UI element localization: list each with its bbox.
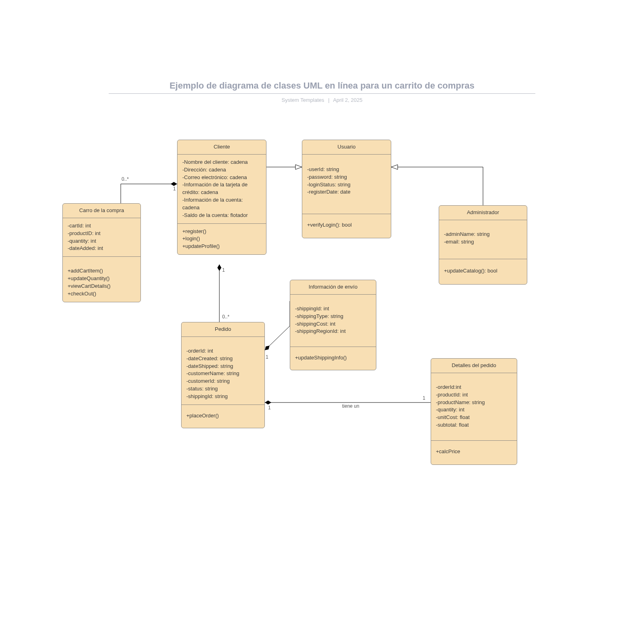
op: +viewCartDetails() xyxy=(68,283,136,290)
diagram-header: Ejemplo de diagrama de clases UML en lín… xyxy=(109,80,535,103)
attr: -Saldo de la cuenta: flotador xyxy=(182,212,261,219)
attr: -cartId: int xyxy=(68,222,136,230)
attr: -quantity: int xyxy=(68,237,136,245)
attr: -subtotal: float xyxy=(436,421,512,429)
class-order-name: Pedido xyxy=(182,322,264,337)
class-shipping[interactable]: Información de envío -shippingId: int -s… xyxy=(290,280,376,370)
attr: -shippingId: int xyxy=(295,305,371,313)
class-order-attributes: -orderId: int -dateCreated: string -date… xyxy=(182,337,264,405)
class-user-operations: +verifyLogin(): bool xyxy=(302,214,391,238)
attr: -Correo electrónico: cadena xyxy=(182,174,261,182)
class-cart-attributes: -cartId: int -productID: int -quantity: … xyxy=(63,218,140,257)
class-user-name: Usuario xyxy=(302,140,391,155)
mult-cart-client-left: 0..* xyxy=(122,176,129,182)
separator: | xyxy=(328,97,329,103)
class-client-attributes: -Nombre del cliente: cadena -Dirección: … xyxy=(178,155,266,224)
op: +calcPrice xyxy=(436,448,512,456)
attr: -adminName: string xyxy=(444,231,522,238)
op: +updateQuantity() xyxy=(68,275,136,283)
attr: -email: string xyxy=(444,238,522,246)
attr: -registerDate: date xyxy=(307,188,386,196)
class-order-details-attributes: -orderId:int -productId: int -productNam… xyxy=(431,373,517,441)
attr: -productName: string xyxy=(436,399,512,407)
attr: -shippingCost: int xyxy=(295,320,371,328)
attr: -productId: int xyxy=(436,391,512,399)
diagram-date: April 2, 2025 xyxy=(333,97,362,103)
attr: -loginStatus: string xyxy=(307,181,386,189)
class-order-details-name: Detalles del pedido xyxy=(431,359,517,373)
attr: -unitCost: float xyxy=(436,414,512,421)
attr: -customerName: string xyxy=(186,370,260,378)
diagram-title: Ejemplo de diagrama de clases UML en lín… xyxy=(109,80,535,94)
attr: -Dirección: cadena xyxy=(182,166,261,174)
class-order[interactable]: Pedido -orderId: int -dateCreated: strin… xyxy=(181,322,265,428)
attr: -status: string xyxy=(186,385,260,393)
diagram-subtitle: System Templates | April 2, 2025 xyxy=(109,97,535,103)
class-order-operations: +placeOrder() xyxy=(182,405,264,428)
mult-client-order-top: 1 xyxy=(222,267,225,273)
attr: -orderId:int xyxy=(436,384,512,391)
mult-order-details-right: 1 xyxy=(423,395,425,401)
op: +register() xyxy=(182,228,261,235)
class-cart[interactable]: Carro de la compra -cartId: int -product… xyxy=(62,203,141,302)
attr: -customerId: string xyxy=(186,378,260,385)
attr: -dateCreated: string xyxy=(186,355,260,363)
class-client[interactable]: Cliente -Nombre del cliente: cadena -Dir… xyxy=(177,140,266,255)
class-order-details[interactable]: Detalles del pedido -orderId:int -produc… xyxy=(431,358,517,465)
op: +updateCatalog(): bool xyxy=(444,267,522,275)
class-admin-attributes: -adminName: string -email: string xyxy=(439,220,527,259)
rel-label-tiene-un: tiene un xyxy=(342,403,359,409)
attr: -userId: string xyxy=(307,166,386,173)
class-user[interactable]: Usuario -userId: string -password: strin… xyxy=(302,140,391,238)
class-cart-name: Carro de la compra xyxy=(63,204,140,218)
diagram-author: System Templates xyxy=(282,97,324,103)
attr: -shippingRegionId: int xyxy=(295,328,371,335)
op: +checkOut() xyxy=(68,290,136,298)
op: +addCartItem() xyxy=(68,267,136,275)
attr: -password: string xyxy=(307,173,386,181)
class-shipping-operations: +updateShippingInfo() xyxy=(290,347,376,370)
mult-order-shipping-left: 1 xyxy=(266,354,268,360)
class-user-attributes: -userId: string -password: string -login… xyxy=(302,155,391,214)
attr: -dateShipped: string xyxy=(186,363,260,370)
attr: -Nombre del cliente: cadena xyxy=(182,159,261,166)
attr: -shippingType: string xyxy=(295,313,371,320)
attr: -productID: int xyxy=(68,230,136,237)
class-admin[interactable]: Administrador -adminName: string -email:… xyxy=(439,205,527,285)
class-admin-operations: +updateCatalog(): bool xyxy=(439,259,527,285)
attr: -Información de la tarjeta de crédito: c… xyxy=(182,181,261,196)
op: +login() xyxy=(182,235,261,243)
class-order-details-operations: +calcPrice xyxy=(431,441,517,464)
class-shipping-attributes: -shippingId: int -shippingType: string -… xyxy=(290,295,376,347)
op: +placeOrder() xyxy=(186,412,260,420)
mult-order-details-left: 1 xyxy=(268,405,271,411)
class-client-operations: +register() +login() +updateProfile() xyxy=(178,224,266,255)
attr: -dateAdded: int xyxy=(68,245,136,252)
attr: -quantity: int xyxy=(436,406,512,414)
mult-client-order-bottom: 0..* xyxy=(222,314,229,320)
attr: -shippingId: string xyxy=(186,393,260,400)
class-admin-name: Administrador xyxy=(439,206,527,220)
mult-cart-client-right: 1 xyxy=(173,186,176,192)
op: +updateShippingInfo() xyxy=(295,354,371,362)
class-client-name: Cliente xyxy=(178,140,266,155)
op: +verifyLogin(): bool xyxy=(307,221,386,229)
op: +updateProfile() xyxy=(182,243,261,250)
class-cart-operations: +addCartItem() +updateQuantity() +viewCa… xyxy=(63,257,140,301)
attr: -Información de la cuenta: cadena xyxy=(182,196,261,212)
class-shipping-name: Información de envío xyxy=(290,280,376,295)
attr: -orderId: int xyxy=(186,347,260,355)
